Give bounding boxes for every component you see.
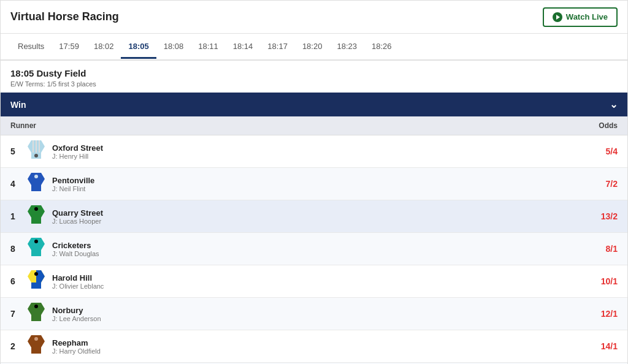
odds-cell[interactable]: 10/1 <box>469 265 627 298</box>
runner-cell-6: 6 Harold Hill J: Olivier Leblanc <box>1 265 469 298</box>
table-row[interactable]: 6 Harold Hill J: Olivier Leblanc 10/1 <box>1 265 627 298</box>
runner-name: Oxford Street <box>52 143 103 153</box>
runner-number: 6 <box>10 276 20 286</box>
runner-name: Reepham <box>52 338 101 347</box>
tab-t1820[interactable]: 18:20 <box>295 36 330 59</box>
runner-name: Norbury <box>52 306 101 315</box>
runner-name: Quarry Street <box>52 208 103 218</box>
runner-name: Harold Hill <box>52 273 104 282</box>
svg-point-14 <box>34 240 38 243</box>
runner-cell-2: 2 Reepham J: Harry Oldfield <box>1 330 469 363</box>
runner-jockey: J: Neil Flint <box>52 185 94 192</box>
tab-t1823[interactable]: 18:23 <box>329 36 364 59</box>
tabs-bar: Results17:5918:0218:0518:0818:1118:1418:… <box>1 34 627 61</box>
race-title: 18:05 Dusty Field <box>10 68 618 78</box>
tab-t1808[interactable]: 18:08 <box>156 36 191 59</box>
runner-jockey: J: Olivier Leblanc <box>52 282 104 290</box>
page-title: Virtual Horse Racing <box>10 10 119 23</box>
tab-t1759[interactable]: 17:59 <box>52 36 86 59</box>
runner-number: 5 <box>10 146 20 156</box>
watch-live-label: Watch Live <box>566 12 608 21</box>
terms-label: E/W Terms: <box>10 80 45 88</box>
tab-t1814[interactable]: 18:14 <box>226 36 261 59</box>
svg-point-5 <box>34 154 38 157</box>
runner-number: 4 <box>10 179 20 189</box>
runner-name: Pentonville <box>52 176 94 185</box>
runner-cell-4: 4 Pentonville J: Neil Flint <box>1 168 469 200</box>
runner-cell-7: 7 Norbury J: Lee Anderson <box>1 298 469 330</box>
section-header: Win ⌄ <box>1 93 627 116</box>
header: Virtual Horse Racing Watch Live <box>1 1 627 34</box>
jockey-silk <box>26 335 46 357</box>
svg-rect-13 <box>31 250 41 256</box>
runner-name: Cricketers <box>52 241 99 250</box>
svg-rect-7 <box>31 185 41 191</box>
svg-point-21 <box>34 305 38 308</box>
tab-t1811[interactable]: 18:11 <box>191 36 226 59</box>
runner-jockey: J: Lucas Hooper <box>52 218 103 225</box>
runner-jockey: J: Walt Douglas <box>52 250 99 257</box>
svg-point-8 <box>34 175 38 178</box>
odds-cell[interactable]: 14/1 <box>469 330 627 363</box>
tab-t1802[interactable]: 18:02 <box>86 36 121 59</box>
svg-rect-10 <box>31 218 41 224</box>
tab-t1805[interactable]: 18:05 <box>121 36 156 59</box>
runner-cell-8: 8 Cricketers J: Walt Douglas <box>1 233 469 265</box>
runner-jockey: J: Harry Oldfield <box>52 347 101 355</box>
svg-rect-17 <box>31 282 41 289</box>
play-icon <box>553 12 562 22</box>
chevron-up-icon[interactable]: ⌄ <box>610 99 618 110</box>
jockey-silk <box>26 270 46 292</box>
win-label: Win <box>10 100 26 110</box>
svg-rect-23 <box>31 347 41 354</box>
col-runner: Runner <box>1 116 469 135</box>
race-info: 18:05 Dusty Field E/W Terms: 1/5 first 3… <box>1 61 627 93</box>
terms-value: 1/5 first 3 places <box>47 80 96 88</box>
jockey-silk <box>26 238 46 260</box>
svg-marker-16 <box>36 270 45 282</box>
table-row[interactable]: 5 Oxford Street J: Henry Hill 5/4 <box>1 135 627 168</box>
tab-t1826[interactable]: 18:26 <box>364 36 399 59</box>
jockey-silk <box>26 140 46 162</box>
odds-cell[interactable]: 8/1 <box>469 233 627 265</box>
table-row[interactable]: 2 Reepham J: Harry Oldfield 14/1 <box>1 330 627 363</box>
tab-results[interactable]: Results <box>10 36 52 59</box>
runner-cell-1: 1 Quarry Street J: Lucas Hooper <box>1 200 469 233</box>
runner-number: 1 <box>10 211 20 221</box>
app-container: Virtual Horse Racing Watch Live Results1… <box>0 0 628 364</box>
runner-cell-5: 5 Oxford Street J: Henry Hill <box>1 135 469 168</box>
runner-number: 8 <box>10 244 20 254</box>
svg-point-11 <box>34 207 38 211</box>
table-row[interactable]: 1 Quarry Street J: Lucas Hooper 13/2 <box>1 200 627 233</box>
jockey-silk <box>26 303 46 325</box>
odds-cell[interactable]: 7/2 <box>469 168 627 200</box>
jockey-silk <box>26 205 46 227</box>
jockey-silk <box>26 173 46 195</box>
table-header-row: Runner Odds <box>1 116 627 135</box>
watch-live-button[interactable]: Watch Live <box>543 7 618 27</box>
table-row[interactable]: 4 Pentonville J: Neil Flint 7/2 <box>1 168 627 200</box>
svg-point-24 <box>34 337 38 341</box>
col-odds: Odds <box>469 116 627 135</box>
tab-t1817[interactable]: 18:17 <box>260 36 295 59</box>
odds-cell[interactable]: 13/2 <box>469 200 627 233</box>
runner-number: 7 <box>10 309 20 319</box>
svg-rect-20 <box>31 315 41 321</box>
runner-jockey: J: Lee Anderson <box>52 315 101 322</box>
runner-jockey: J: Henry Hill <box>52 153 103 160</box>
race-terms: E/W Terms: 1/5 first 3 places <box>10 80 618 88</box>
runner-number: 2 <box>10 341 20 351</box>
odds-cell[interactable]: 5/4 <box>469 135 627 168</box>
odds-cell[interactable]: 12/1 <box>469 298 627 330</box>
table-row[interactable]: 8 Cricketers J: Walt Douglas 8/1 <box>1 233 627 265</box>
svg-point-18 <box>34 272 38 276</box>
table-row[interactable]: 7 Norbury J: Lee Anderson 12/1 <box>1 298 627 330</box>
race-table: Runner Odds 5 Oxford Street J: Henry Hil… <box>1 116 627 364</box>
